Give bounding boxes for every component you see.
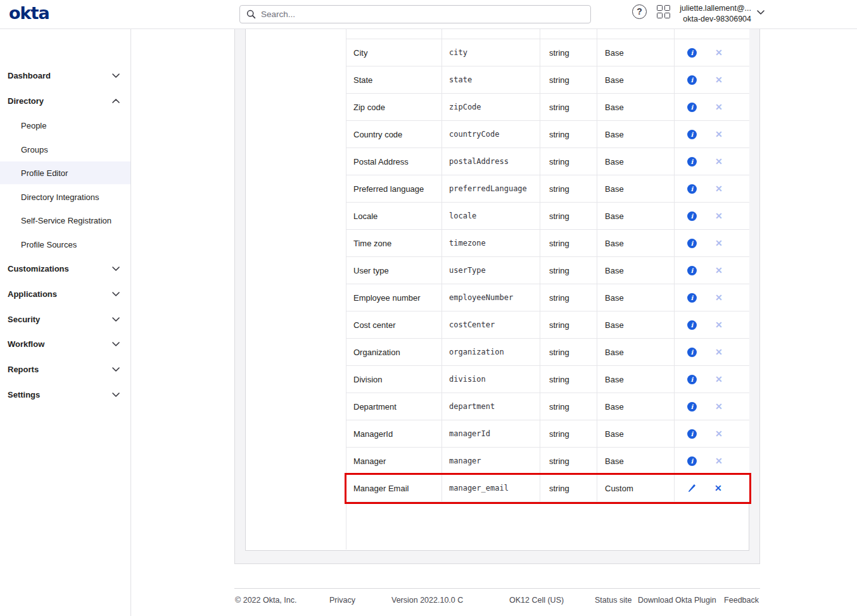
- remove-attribute-icon[interactable]: ✕: [715, 130, 723, 139]
- sidebar-item-label: Applications: [8, 289, 57, 299]
- sidebar-item-dashboard[interactable]: Dashboard: [0, 64, 130, 87]
- remove-attribute-icon[interactable]: ✕: [715, 211, 723, 220]
- attribute-actions: i✕: [674, 175, 749, 202]
- sidebar-item-settings[interactable]: Settings: [0, 383, 130, 406]
- chevron-down-icon: [112, 292, 120, 296]
- sidebar-item-customizations[interactable]: Customizations: [0, 257, 130, 280]
- remove-attribute-icon[interactable]: ✕: [715, 375, 723, 384]
- attribute-variable-name: postalAddress: [441, 148, 540, 175]
- help-icon[interactable]: ?: [632, 4, 647, 19]
- attribute-display-name: Preferred language: [346, 175, 441, 202]
- attribute-source: Base: [597, 448, 674, 474]
- user-menu[interactable]: juliette.lallement@... okta-dev-98306904: [670, 3, 751, 25]
- sidebar-item-workflow[interactable]: Workflow: [0, 332, 130, 355]
- sidebar-item-people[interactable]: People: [0, 114, 130, 137]
- chevron-down-icon: [112, 367, 120, 372]
- attribute-type: string: [540, 39, 597, 66]
- okta-logo[interactable]: okta: [9, 3, 49, 23]
- sidebar-item-label: Profile Sources: [21, 240, 77, 249]
- remove-attribute-icon[interactable]: ✕: [715, 157, 723, 166]
- attribute-type: string: [540, 230, 597, 256]
- info-icon[interactable]: i: [687, 293, 697, 303]
- info-icon[interactable]: i: [687, 130, 697, 139]
- sidebar-item-groups[interactable]: Groups: [0, 138, 130, 161]
- table-row: User typeuserTypestringBasei✕: [346, 257, 749, 284]
- sidebar-item-directory-integrations[interactable]: Directory Integrations: [0, 185, 130, 208]
- remove-attribute-icon[interactable]: ✕: [715, 48, 723, 57]
- remove-attribute-icon[interactable]: ✕: [715, 75, 723, 84]
- attribute-source: Base: [597, 257, 674, 284]
- info-icon[interactable]: i: [687, 184, 697, 194]
- sidebar-item-applications[interactable]: Applications: [0, 282, 130, 305]
- footer-download-plugin-link[interactable]: Download Okta Plugin: [638, 596, 716, 605]
- footer-copyright: © 2022 Okta, Inc.: [235, 596, 296, 605]
- remove-attribute-icon[interactable]: ✕: [715, 293, 723, 302]
- remove-attribute-icon[interactable]: ✕: [715, 184, 723, 193]
- remove-attribute-icon[interactable]: ✕: [715, 266, 723, 275]
- info-icon[interactable]: i: [687, 103, 697, 112]
- chevron-down-icon[interactable]: [757, 10, 765, 15]
- attribute-type: string: [540, 148, 597, 175]
- attributes-panel: CitycitystringBasei✕StatestatestringBase…: [245, 29, 749, 551]
- attribute-source: Base: [597, 311, 674, 338]
- chevron-down-icon: [112, 393, 120, 397]
- attribute-actions: i✕: [674, 121, 749, 148]
- attribute-display-name: Division: [346, 366, 441, 393]
- sidebar-item-self-service-registration[interactable]: Self-Service Registration: [0, 209, 130, 232]
- info-icon[interactable]: i: [687, 157, 697, 167]
- chevron-down-icon: [112, 73, 120, 78]
- info-icon[interactable]: i: [687, 320, 697, 330]
- footer-feedback-link[interactable]: Feedback: [724, 596, 759, 605]
- info-icon[interactable]: i: [687, 402, 697, 412]
- table-row: CitycitystringBasei✕: [346, 39, 749, 66]
- table-row: DivisiondivisionstringBasei✕: [346, 366, 749, 393]
- info-icon[interactable]: i: [687, 239, 697, 248]
- attribute-actions: i✕: [674, 448, 749, 474]
- info-icon[interactable]: i: [687, 75, 697, 85]
- table-row: Country codecountryCodestringBasei✕: [346, 121, 749, 148]
- attribute-display-name: User type: [346, 257, 441, 284]
- info-icon[interactable]: i: [687, 266, 697, 275]
- remove-attribute-icon[interactable]: ✕: [714, 484, 722, 493]
- attribute-actions: i✕: [674, 203, 749, 229]
- footer-status-site-link[interactable]: Status site: [595, 596, 632, 605]
- remove-attribute-icon[interactable]: ✕: [715, 429, 723, 438]
- info-icon[interactable]: i: [687, 429, 697, 439]
- info-icon[interactable]: i: [687, 211, 697, 221]
- sidebar-item-profile-editor[interactable]: Profile Editor: [0, 161, 130, 184]
- info-icon[interactable]: i: [687, 375, 697, 384]
- sidebar-item-profile-sources[interactable]: Profile Sources: [0, 233, 130, 256]
- attribute-variable-name: costCenter: [441, 311, 540, 338]
- footer-version: Version 2022.10.0 C: [391, 596, 463, 605]
- info-icon[interactable]: i: [687, 348, 697, 357]
- sidebar-item-directory[interactable]: Directory: [0, 89, 130, 112]
- attribute-actions: i✕: [674, 420, 749, 447]
- attribute-source: Base: [597, 284, 674, 311]
- sidebar-item-security[interactable]: Security: [0, 308, 130, 330]
- attribute-actions: i✕: [674, 366, 749, 393]
- remove-attribute-icon[interactable]: ✕: [715, 103, 723, 111]
- table-row: Time zonetimezonestringBasei✕: [346, 230, 749, 257]
- remove-attribute-icon[interactable]: ✕: [715, 320, 723, 329]
- remove-attribute-icon[interactable]: ✕: [715, 402, 723, 411]
- attribute-source: Base: [597, 393, 674, 420]
- attribute-display-name: Manager Email: [346, 475, 441, 501]
- attribute-variable-name: preferredLanguage: [441, 175, 540, 202]
- remove-attribute-icon[interactable]: ✕: [715, 456, 723, 465]
- attribute-variable-name: employeeNumber: [441, 284, 540, 311]
- search-input[interactable]: [256, 9, 590, 19]
- attribute-variable-name: division: [441, 366, 540, 393]
- info-icon[interactable]: i: [687, 48, 697, 58]
- remove-attribute-icon[interactable]: ✕: [715, 239, 723, 248]
- footer-privacy-link[interactable]: Privacy: [329, 596, 355, 605]
- attribute-variable-name: department: [441, 393, 540, 420]
- remove-attribute-icon[interactable]: ✕: [715, 348, 723, 356]
- info-icon[interactable]: i: [687, 456, 697, 466]
- attribute-actions: i✕: [674, 148, 749, 175]
- attribute-source: Base: [597, 420, 674, 447]
- attribute-type: string: [540, 448, 597, 474]
- apps-grid-icon[interactable]: [657, 5, 670, 18]
- attribute-display-name: Time zone: [346, 230, 441, 256]
- sidebar-item-reports[interactable]: Reports: [0, 358, 130, 380]
- edit-pencil-icon[interactable]: [687, 484, 696, 493]
